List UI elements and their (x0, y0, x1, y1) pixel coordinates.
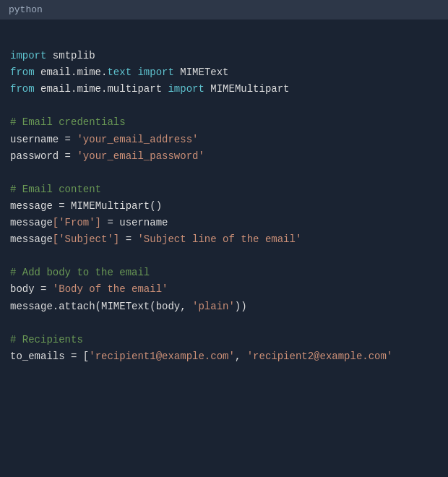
token: = username (101, 217, 168, 228)
token: MIMEMultipart() (71, 200, 162, 212)
blank-line (10, 165, 438, 181)
token: from (10, 66, 35, 78)
title-bar: python (0, 0, 448, 20)
token: # Add body to the email (10, 267, 150, 278)
token: 'your_email_password' (77, 150, 204, 162)
token: = (35, 283, 53, 295)
token: message (10, 200, 53, 212)
token: , (235, 351, 247, 362)
token: = (59, 134, 77, 145)
token: 'recipient2@example.com' (247, 351, 393, 362)
token: to_emails (10, 351, 65, 362)
token: message (10, 233, 53, 245)
token: )) (235, 301, 247, 312)
token: # Email content (10, 184, 101, 195)
token: smtplib (46, 50, 95, 61)
code-line: message.attach(MIMEText(body, 'plain')) (10, 298, 438, 315)
code-line: message['From'] = username (10, 215, 438, 231)
code-line: # Email content (10, 181, 438, 198)
token: password (10, 150, 59, 162)
code-line: username = 'your_email_address' (10, 132, 438, 148)
token: text (107, 66, 132, 78)
token: = (53, 200, 71, 212)
code-line: from email.mime.multipart import MIMEMul… (10, 81, 438, 98)
token: message.attach(MIMEText(body, (10, 301, 192, 312)
token: ['From'] (53, 217, 101, 228)
code-line: import smtplib (10, 48, 438, 64)
code-line: # Email credentials (10, 114, 438, 131)
blank-line (10, 315, 438, 332)
token: ['Subject'] (53, 233, 119, 245)
token: body (10, 283, 35, 295)
token: = (59, 150, 77, 162)
blank-line (10, 248, 438, 265)
token: 'plain' (192, 301, 235, 312)
code-line: message = MIMEMultipart() (10, 198, 438, 215)
token: username (10, 134, 59, 145)
code-line: from email.mime.text import MIMEText (10, 64, 438, 81)
token: = [ (65, 351, 90, 362)
token: email.mime. (35, 66, 108, 78)
code-line: # Add body to the email (10, 265, 438, 281)
token: 'recipient1@example.com' (89, 351, 235, 362)
token: 'your_email_address' (77, 134, 198, 145)
code-line: message['Subject'] = 'Subject line of th… (10, 231, 438, 248)
token: MIMEMultipart (204, 83, 290, 95)
blank-line (10, 98, 438, 114)
token: 'Subject line of the email' (137, 233, 301, 245)
code-area: import smtplibfrom email.mime.text impor… (0, 20, 448, 477)
token: 'Body of the email' (53, 283, 168, 295)
code-line: body = 'Body of the email' (10, 281, 438, 298)
token: import (168, 83, 204, 95)
code-line: # Recipients (10, 332, 438, 348)
token: # Email credentials (10, 116, 126, 128)
token: = (119, 233, 137, 245)
blank-line (10, 31, 438, 48)
code-line: password = 'your_email_password' (10, 148, 438, 165)
token: email.mime.multipart (35, 83, 168, 95)
code-window: python import smtplibfrom email.mime.tex… (0, 0, 448, 477)
token: message (10, 217, 53, 228)
token: import (10, 50, 46, 61)
token: # Recipients (10, 334, 83, 345)
token: MIMEText (174, 66, 229, 78)
token: from (10, 83, 35, 95)
code-line: to_emails = ['recipient1@example.com', '… (10, 348, 438, 365)
language-label: python (9, 4, 43, 15)
token: import (137, 66, 173, 78)
